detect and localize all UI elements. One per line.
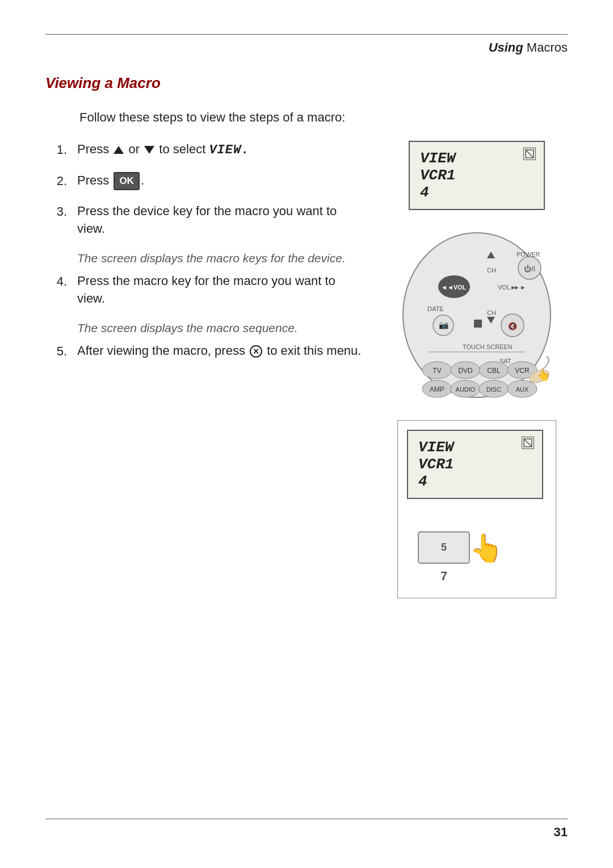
step-num-5: 5. — [45, 342, 67, 360]
button-press-svg: 5 7 👆 — [407, 515, 543, 589]
lcd-line3-1: 4 — [420, 184, 534, 201]
step-num-2: 2. — [45, 172, 67, 190]
header-rule — [45, 34, 568, 35]
lcd-icon-1 — [523, 148, 536, 160]
lcd-line1-2: VIEW — [418, 439, 532, 456]
svg-text:CH: CH — [487, 309, 496, 316]
svg-line-42 — [524, 439, 532, 447]
lcd-line2-1: VCR1 — [420, 167, 534, 184]
svg-text:◄◄VOL: ◄◄VOL — [441, 284, 467, 291]
svg-text:👆: 👆 — [469, 532, 503, 564]
steps-column: 1. Press or to select VIEW. 2. Press OK. — [45, 141, 363, 373]
step-5: 5. After viewing the macro, press ✕ to e… — [45, 342, 363, 360]
lcd-icon-2 — [522, 437, 534, 449]
step-2: 2. Press OK. — [45, 172, 363, 190]
svg-text:DISC: DISC — [486, 386, 501, 393]
header-title: Using Macros — [45, 40, 568, 55]
svg-text:5: 5 — [441, 542, 447, 553]
section-heading: Viewing a Macro — [45, 72, 161, 94]
arrow-down-icon — [144, 146, 154, 154]
step-num-1: 1. — [45, 141, 67, 159]
svg-text:DATE: DATE — [427, 305, 444, 312]
step-text-4: Press the macro key for the macro you wa… — [77, 272, 363, 308]
svg-text:🔇: 🔇 — [508, 321, 518, 331]
page-number: 31 — [45, 825, 568, 840]
ok-button-label: OK — [114, 172, 140, 190]
remote-svg: POWER ⏻/I CH ◄◄VOL VOL► ►► DATE — [394, 227, 559, 403]
screen-note-1: The screen displays the macro keys for t… — [77, 250, 363, 266]
svg-rect-15 — [474, 320, 482, 328]
step-4: 4. Press the macro key for the macro you… — [45, 272, 363, 308]
lcd-display-1: VIEW VCR1 4 — [409, 141, 545, 210]
content-area: 1. Press or to select VIEW. 2. Press OK. — [45, 141, 568, 598]
svg-text:►►: ►► — [514, 284, 526, 291]
view-italic: VIEW. — [209, 143, 249, 157]
svg-text:📷: 📷 — [439, 320, 449, 330]
svg-text:AUX: AUX — [516, 386, 529, 393]
remote-control-image: POWER ⏻/I CH ◄◄VOL VOL► ►► DATE — [394, 227, 559, 403]
images-column: VIEW VCR1 4 POWER ⏻/I CH — [386, 141, 568, 598]
svg-text:👆: 👆 — [536, 368, 551, 381]
svg-text:TOUCH SCREEN: TOUCH SCREEN — [463, 343, 513, 350]
svg-text:⏻/I: ⏻/I — [524, 265, 535, 273]
svg-text:AMP: AMP — [430, 385, 444, 393]
step-text-5: After viewing the macro, press ✕ to exit… — [77, 342, 363, 360]
step-3: 3. Press the device key for the macro yo… — [45, 203, 363, 238]
header-bold: Using — [489, 40, 523, 54]
step-num-3: 3. — [45, 203, 67, 221]
lcd-line1-1: VIEW — [420, 150, 534, 167]
svg-text:AUDIO: AUDIO — [456, 386, 476, 393]
lcd-line2-2: VCR1 — [418, 456, 532, 473]
svg-text:CH: CH — [487, 267, 496, 274]
svg-text:DVD: DVD — [458, 367, 473, 375]
intro-text: Follow these steps to view the steps of … — [79, 110, 568, 125]
footer-rule — [45, 819, 568, 819]
button-finger-area: 5 7 👆 — [407, 515, 547, 589]
page: Using Macros Viewing a Macro Follow thes… — [0, 0, 613, 868]
circle-x-icon: ✕ — [250, 345, 262, 358]
lcd-display-2: VIEW VCR1 4 — [407, 430, 543, 499]
svg-text:TV: TV — [433, 367, 441, 375]
lcd-line3-2: 4 — [418, 473, 532, 490]
second-image-wrapper: VIEW VCR1 4 5 7 👆 — [397, 420, 556, 598]
footer: 31 — [45, 819, 568, 840]
svg-text:VCR: VCR — [515, 367, 530, 375]
step-text-2: Press OK. — [77, 172, 363, 190]
arrow-up-icon — [114, 146, 124, 154]
svg-text:CBL: CBL — [487, 367, 501, 375]
step-text-1: Press or to select VIEW. — [77, 141, 363, 160]
step-text-3: Press the device key for the macro you w… — [77, 203, 363, 238]
svg-text:7: 7 — [440, 569, 447, 583]
step-1: 1. Press or to select VIEW. — [45, 141, 363, 160]
step-num-4: 4. — [45, 272, 67, 291]
screen-note-2: The screen displays the macro sequence. — [77, 320, 363, 336]
svg-line-1 — [526, 150, 534, 158]
header-rest: Macros — [523, 40, 568, 54]
